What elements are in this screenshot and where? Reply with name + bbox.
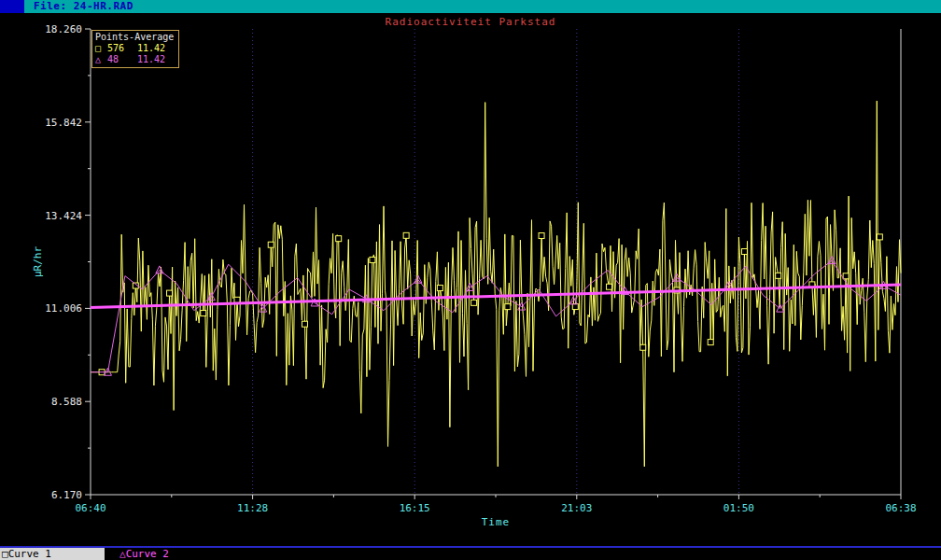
legend-points: 48 (107, 54, 137, 65)
curve1-square-marker (302, 321, 307, 327)
legend-entry: △4811.42 (95, 54, 174, 65)
file-label: File: 24-HR.RAD (34, 0, 133, 13)
curve1-square-marker (776, 273, 781, 278)
curve1-square-marker (708, 340, 713, 345)
curve1-square-marker (167, 290, 173, 296)
curve1-square-marker (741, 249, 747, 255)
legend-title: Points-Average (95, 32, 174, 43)
curve1-square-marker (437, 286, 442, 291)
curve1-line (91, 101, 901, 467)
legend-points: 576 (107, 43, 137, 54)
y-tick-label: 15.842 (45, 117, 82, 129)
curve1-square-marker (843, 273, 849, 279)
curve1-square-marker (370, 257, 375, 262)
curve1-square-marker (505, 304, 511, 310)
title-bar: File: 24-HR.RAD (0, 0, 941, 13)
curve1-square-marker (268, 242, 274, 247)
plot-area: 06:4011:2816:1521:0301:5006:3818.26015.8… (0, 0, 941, 560)
y-axis-label: μR/hr (32, 246, 44, 277)
y-tick-label: 11.006 (45, 302, 82, 315)
curve1-square-marker (336, 236, 342, 242)
curve1-square-marker (877, 234, 882, 240)
chart-title: Radioactiviteit Parkstad (0, 16, 941, 28)
legend-average: 11.42 (137, 43, 165, 53)
curve1-square-marker (572, 304, 578, 310)
triangle-marker-icon: △ (95, 54, 107, 65)
y-tick-label: 6.170 (51, 489, 82, 501)
curve2-toggle[interactable]: △Curve 2 (119, 548, 169, 560)
curve1-square-marker (234, 297, 240, 302)
curve1-square-marker (539, 233, 544, 239)
curve1-square-marker (403, 232, 409, 238)
square-marker-icon: □ (2, 548, 8, 560)
curve1-label: Curve 1 (8, 548, 51, 560)
legend-entry: □57611.42 (95, 43, 174, 54)
x-tick-label: 21:03 (561, 502, 592, 514)
x-axis-label: Time (482, 516, 511, 528)
legend-average: 11.42 (137, 54, 165, 64)
x-tick-label: 16:15 (400, 502, 430, 514)
x-tick-label: 06:40 (75, 502, 105, 514)
triangle-marker-icon: △ (119, 548, 126, 560)
curve1-square-marker (201, 311, 206, 316)
curve1-square-marker (607, 284, 612, 289)
legend: Points-Average □57611.42 △4811.42 (91, 30, 179, 68)
x-tick-label: 11:28 (237, 502, 268, 514)
curve2-label: Curve 2 (126, 548, 169, 560)
curve1-square-marker (471, 300, 477, 305)
x-tick-label: 06:38 (885, 502, 916, 514)
square-marker-icon: □ (95, 43, 107, 54)
status-bar: □Curve 1 △Curve 2 (0, 546, 941, 560)
curve1-square-marker (640, 344, 646, 350)
curve1-toggle[interactable]: □Curve 1 (0, 548, 105, 560)
y-tick-label: 13.424 (45, 210, 82, 222)
x-tick-label: 01:50 (723, 502, 754, 514)
window-control-box[interactable] (0, 0, 24, 13)
y-tick-label: 8.588 (51, 396, 82, 408)
